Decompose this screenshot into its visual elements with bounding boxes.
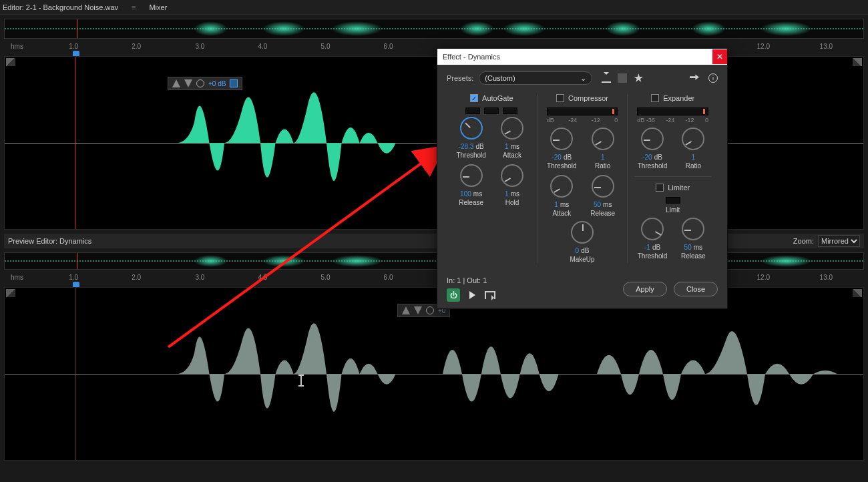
overview-waveform-top[interactable] [4, 19, 864, 39]
comp-ratio-knob[interactable] [592, 128, 614, 150]
clock-icon[interactable] [196, 79, 204, 87]
tab-editor[interactable]: Editor: 2-1 - Background Noise.wav [3, 3, 118, 11]
preview-header: Preview Editor: Dynamics Zoom: Mirrored [4, 234, 864, 248]
compressor-label: Compressor [568, 94, 608, 102]
compressor-meter [547, 107, 618, 115]
dialog-title: Effect - Dynamics [443, 53, 500, 61]
autogate-label: AutoGate [482, 94, 513, 102]
dynamics-dialog: Effect - Dynamics ✕ Presets: (Custom)⌄ i [437, 48, 728, 309]
text-cursor [300, 375, 302, 387]
comp-makeup-knob[interactable] [571, 221, 594, 244]
dialog-titlebar[interactable]: Effect - Dynamics ✕ [437, 49, 727, 65]
exp-threshold-knob[interactable] [641, 128, 664, 150]
zoom-label: Zoom: [793, 237, 814, 245]
channel-map-icon[interactable] [690, 73, 699, 83]
close-button[interactable]: Close [674, 282, 718, 296]
fade-out-icon[interactable] [414, 306, 422, 314]
limiter-led [666, 197, 680, 204]
presets-label: Presets: [447, 74, 473, 82]
expander-label: Expander [663, 94, 694, 102]
comp-release-knob[interactable] [592, 175, 614, 198]
autogate-checkbox[interactable] [470, 94, 478, 102]
autogate-hold-knob[interactable] [501, 164, 523, 187]
compressor-checkbox[interactable] [556, 94, 564, 102]
presets-select[interactable]: (Custom)⌄ [479, 71, 592, 85]
time-ruler-bottom[interactable]: hms 1.0 2.0 3.0 4.0 5.0 6.0 12.0 13.0 [4, 274, 864, 287]
ruler-unit: hms [11, 43, 23, 50]
limiter-checkbox[interactable] [656, 184, 664, 192]
compressor-section: Compressor dB -24 -12 0 -20 dB Threshold… [537, 94, 628, 263]
autogate-threshold-knob[interactable] [460, 117, 483, 140]
tab-mixer[interactable]: Mixer [149, 3, 167, 11]
exp-ratio-knob[interactable] [682, 128, 704, 150]
pin-icon[interactable] [230, 79, 238, 87]
favorite-icon[interactable] [634, 73, 643, 83]
playhead-preview[interactable] [75, 288, 75, 460]
limiter-label: Limiter [668, 184, 690, 192]
autogate-release-knob[interactable] [460, 164, 483, 187]
close-icon[interactable]: ✕ [712, 49, 727, 64]
info-icon[interactable]: i [708, 73, 718, 83]
power-button[interactable]: ⏻ [447, 288, 460, 302]
comp-attack-knob[interactable] [550, 175, 573, 198]
delete-preset-icon[interactable] [618, 73, 627, 83]
gain-value[interactable]: +0 dB [208, 80, 226, 87]
channel-toggle-top-left[interactable] [6, 58, 15, 66]
fade-icon[interactable] [172, 79, 180, 87]
channel-toggle-bottom-right[interactable] [853, 289, 862, 297]
save-preset-icon[interactable] [602, 73, 611, 83]
tab-bar: Editor: 2-1 - Background Noise.wav ≡ Mix… [0, 0, 868, 15]
io-readout: In: 1 | Out: 1 [447, 276, 495, 284]
main-waveform[interactable]: +0 dB [4, 56, 864, 230]
channel-toggle-top-right[interactable] [853, 58, 862, 66]
zoom-select[interactable]: Mirrored [818, 235, 860, 247]
autogate-attack-knob[interactable] [501, 117, 523, 140]
channel-toggle-bottom-left[interactable] [6, 289, 15, 297]
limiter-section: Limiter Limit -1 dB Threshold 50 ms Rele… [634, 176, 711, 260]
lim-threshold-knob[interactable] [641, 218, 664, 240]
expander-section: Expander dB -36 -24 -12 0 -20 dB Thresho… [628, 94, 718, 263]
fade-out-icon[interactable] [184, 79, 192, 87]
playhead-preview-overview[interactable] [77, 253, 77, 269]
clock-icon[interactable] [426, 306, 434, 314]
time-ruler-top[interactable]: hms 1.0 2.0 3.0 4.0 5.0 6.0 12.0 13.0 [4, 43, 864, 56]
preview-waveform[interactable]: +0 [4, 287, 864, 461]
preview-play-button[interactable] [469, 291, 475, 299]
playhead-main[interactable] [75, 57, 75, 229]
fade-icon[interactable] [402, 306, 410, 314]
lim-release-knob[interactable] [682, 218, 704, 240]
expander-meter [637, 107, 708, 115]
loop-button[interactable] [485, 291, 495, 299]
comp-threshold-knob[interactable] [550, 128, 573, 150]
autogate-section: AutoGate -28.3 dB Threshold 1 ms Attack … [447, 94, 537, 263]
chevron-down-icon: ⌄ [580, 74, 586, 83]
preview-title: Preview Editor: Dynamics [8, 237, 91, 245]
playhead-overview[interactable] [77, 19, 77, 38]
overview-waveform-preview[interactable] [4, 252, 864, 270]
expander-checkbox[interactable] [651, 94, 659, 102]
apply-button[interactable]: Apply [623, 282, 667, 296]
gain-hud[interactable]: +0 dB [168, 77, 242, 90]
